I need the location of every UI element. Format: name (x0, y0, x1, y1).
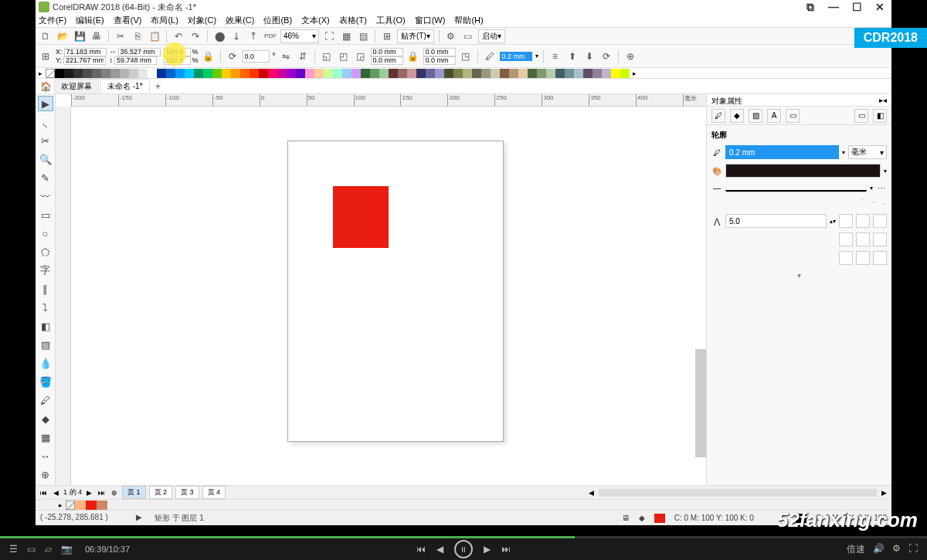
video-prev-icon[interactable]: ⏮ (416, 544, 426, 555)
text-tool-icon[interactable]: 字 (38, 263, 53, 278)
fill-tool-icon[interactable]: 🪣 (38, 374, 53, 389)
color-swatch[interactable] (175, 69, 185, 78)
video-volume-icon[interactable]: 🔊 (873, 543, 885, 556)
save-icon[interactable]: 💾 (73, 29, 87, 43)
page-tab-4[interactable]: 页 4 (202, 486, 226, 499)
corner3-icon[interactable] (873, 214, 887, 228)
color-swatch[interactable] (120, 69, 129, 78)
object-origin-icon[interactable]: ⊞ (39, 49, 53, 63)
wrap-text-icon[interactable]: ≡ (548, 49, 562, 63)
corner-round-icon[interactable]: ◱ (320, 49, 334, 63)
docker-collapse-icon[interactable]: ▸◂ (879, 96, 887, 104)
scrollbar-vertical[interactable] (695, 349, 706, 457)
transparency-tool-icon[interactable]: ▨ (38, 337, 53, 352)
rotation-input[interactable] (243, 50, 270, 63)
open-icon[interactable]: 📂 (56, 29, 70, 43)
scale-y-input[interactable] (164, 56, 191, 65)
redo-icon[interactable]: ↷ (188, 29, 202, 43)
color-swatch[interactable] (55, 69, 64, 78)
corner-lock-icon[interactable]: 🔒 (406, 49, 420, 63)
cut-icon[interactable]: ✂ (114, 29, 127, 43)
mirror-v-icon[interactable]: ⇵ (296, 49, 310, 63)
snap-dropdown[interactable]: 贴齐(T) ▾ (397, 29, 434, 43)
color-swatch[interactable] (361, 69, 370, 78)
polygon-tool-icon[interactable]: ⬠ (38, 244, 53, 260)
outline-tool-icon[interactable]: 🖊 (38, 392, 53, 408)
color-swatch[interactable] (463, 69, 472, 78)
home-icon[interactable]: 🏠 (39, 80, 53, 93)
export-icon[interactable]: ⤒ (246, 29, 260, 43)
color-swatch[interactable] (222, 69, 231, 78)
color-swatch[interactable] (426, 69, 435, 78)
color-swatch[interactable] (602, 69, 611, 78)
corner1-icon[interactable] (839, 214, 853, 228)
color-swatch[interactable] (537, 69, 546, 78)
minimize-button[interactable]: — (825, 1, 842, 14)
docker-tab-frame-icon[interactable]: ▭ (786, 109, 800, 123)
color-swatch[interactable] (593, 69, 602, 78)
lock-ratio-icon[interactable]: 🔒 (202, 49, 216, 63)
menu-text[interactable]: 文本(X) (301, 15, 330, 26)
page-tab-2[interactable]: 页 2 (149, 486, 173, 499)
color-swatch[interactable] (194, 69, 203, 78)
crop-tool-icon[interactable]: ✂ (38, 133, 53, 148)
color-swatch[interactable] (565, 69, 574, 78)
pos-y-input[interactable] (63, 56, 106, 65)
color-swatch[interactable] (110, 69, 120, 78)
menu-table[interactable]: 表格(T) (339, 15, 367, 26)
docker-style-dropdown[interactable] (725, 190, 867, 192)
to-back-icon[interactable]: ⬇ (582, 49, 596, 63)
color-swatch[interactable] (277, 69, 287, 78)
corner-bl-input[interactable] (371, 56, 403, 65)
width-input[interactable] (118, 48, 161, 56)
color-swatch[interactable] (500, 69, 509, 78)
tab-welcome[interactable]: 欢迎屏幕 (54, 79, 99, 93)
pdf-icon[interactable]: PDF (263, 29, 277, 43)
color-swatch[interactable] (73, 69, 83, 78)
smartfill-tool-icon[interactable]: ◆ (38, 411, 53, 426)
corner-scallop-icon[interactable]: ◰ (337, 49, 351, 63)
color-swatch[interactable] (92, 69, 101, 78)
launch-dropdown[interactable]: 启动 ▾ (478, 29, 505, 43)
color-swatch[interactable] (305, 69, 314, 78)
menu-bitmap[interactable]: 位图(B) (263, 15, 292, 26)
color-swatch[interactable] (472, 69, 481, 78)
doc-swatch-1[interactable] (75, 501, 86, 510)
color-swatch[interactable] (444, 69, 453, 78)
docker-view1-icon[interactable]: ▭ (854, 109, 868, 123)
color-swatch[interactable] (148, 69, 157, 78)
color-swatch[interactable] (101, 69, 110, 78)
rel-corner-icon[interactable]: ◳ (459, 49, 473, 63)
color-swatch[interactable] (611, 69, 620, 78)
video-speed-icon[interactable]: 倍速 (847, 543, 865, 556)
page-tab-1[interactable]: 页 1 (122, 486, 146, 499)
page-first-icon[interactable]: ⏮ (39, 489, 49, 497)
color-swatch[interactable] (324, 69, 333, 78)
btn-popout[interactable]: ⧉ (802, 1, 819, 14)
color-swatch[interactable] (314, 69, 324, 78)
height-input[interactable] (114, 56, 157, 65)
maximize-button[interactable]: ☐ (848, 1, 865, 14)
to-front-icon[interactable]: ⬆ (565, 49, 579, 63)
menu-object[interactable]: 对象(C) (188, 15, 216, 26)
pos3-icon[interactable] (873, 251, 887, 265)
color-swatch[interactable] (416, 69, 426, 78)
dash2-icon[interactable]: ⎼ (871, 198, 876, 206)
docker-tab-transparency-icon[interactable]: ▨ (749, 109, 762, 123)
add-preset-icon[interactable]: ⊕ (623, 49, 637, 63)
video-stop-icon[interactable]: ☰ (9, 544, 18, 555)
docker-tab-char-icon[interactable]: A (767, 109, 781, 123)
video-settings-icon[interactable]: ⚙ (892, 543, 901, 556)
docker-color-swatch[interactable] (725, 164, 881, 178)
video-forward-icon[interactable]: ▶ (484, 544, 491, 555)
color-swatch[interactable] (64, 69, 73, 78)
color-swatch[interactable] (435, 69, 444, 78)
scrollbar-horizontal[interactable] (599, 489, 877, 497)
status-proof-icon[interactable]: 🖥 (622, 514, 630, 522)
paste-icon[interactable]: 📋 (148, 29, 161, 43)
close-button[interactable]: ✕ (871, 1, 888, 14)
color-swatch[interactable] (389, 69, 398, 78)
ellipse-tool-icon[interactable]: ○ (38, 226, 53, 241)
color-swatch[interactable] (583, 69, 593, 78)
ruler-icon[interactable]: ▤ (356, 29, 370, 43)
